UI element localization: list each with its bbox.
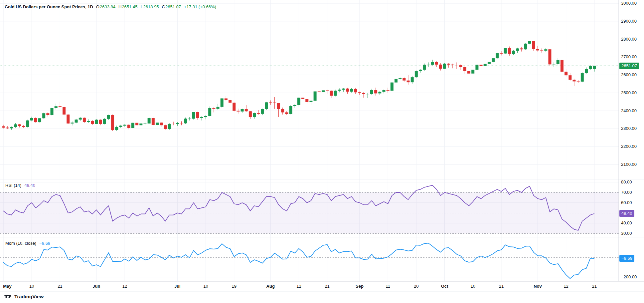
open-value: 2633.84 — [100, 4, 115, 9]
price-tick-label: 2200.00 — [621, 144, 637, 149]
time-tick-label: 10 — [29, 284, 34, 289]
price-tick-label: 3000.00 — [621, 1, 637, 6]
chart-canvas — [0, 0, 644, 303]
ohlc-close: C 2651.07 — [162, 4, 181, 9]
rsi-tick-label: 40.00 — [621, 220, 632, 226]
symbol-title: Gold US Dollars per Ounce Spot Prices, 1… — [5, 4, 93, 9]
time-tick-label: 11 — [386, 284, 390, 289]
tradingview-icon — [4, 294, 12, 299]
price-tick-label: 2400.00 — [621, 108, 637, 114]
momentum-tick-label: −200.00 — [621, 274, 637, 280]
time-tick-label: 21 — [325, 284, 329, 289]
momentum-value-badge: −9.69 — [619, 255, 634, 262]
time-tick-label: Oct — [441, 284, 448, 289]
ohlc-open: O 2633.84 — [96, 4, 115, 9]
time-tick-label: Aug — [266, 284, 275, 289]
time-tick-label: 21 — [58, 284, 62, 289]
time-tick-label: Jun — [92, 284, 100, 289]
trading-chart: 3000.002900.002800.002700.002600.002500.… — [0, 0, 644, 303]
price-tick-label: 2300.00 — [621, 126, 637, 131]
time-tick-label: 12 — [296, 284, 301, 289]
low-value: 2618.95 — [143, 4, 159, 9]
open-prefix: O — [96, 4, 99, 9]
time-tick-label: 12 — [122, 284, 127, 289]
price-tick-label: 2700.00 — [621, 54, 637, 60]
high-prefix: H — [118, 4, 121, 9]
momentum-legend[interactable]: Mom (10, close) −9.69 — [5, 241, 50, 246]
price-tick-label: 2900.00 — [621, 19, 637, 24]
price-tick-label: 2800.00 — [621, 37, 637, 42]
rsi-value-badge: 49.40 — [619, 210, 634, 217]
time-tick-label: Sep — [356, 284, 364, 289]
close-value: 2651.07 — [165, 4, 181, 9]
time-tick-label: 20 — [414, 284, 418, 289]
momentum-label: Mom (10, close) — [5, 241, 36, 246]
ohlc-low: L 2618.95 — [140, 4, 159, 9]
momentum-value: −9.69 — [39, 241, 50, 246]
rsi-label: RSI (14) — [5, 183, 21, 188]
time-tick-label: 21 — [499, 284, 504, 289]
rsi-value: 49.40 — [24, 183, 35, 188]
time-tick-label: 21 — [592, 284, 597, 289]
time-tick-label: Nov — [534, 284, 542, 289]
last-price-badge: 2651.07 — [619, 63, 639, 69]
time-tick-label: May — [3, 284, 11, 289]
time-tick-label: 12 — [564, 284, 568, 289]
time-tick-label: 10 — [203, 284, 208, 289]
symbol-legend[interactable]: Gold US Dollars per Ounce Spot Prices, 1… — [5, 4, 216, 9]
tradingview-logo[interactable]: TradingView — [4, 294, 44, 299]
rsi-tick-label: 70.00 — [621, 190, 632, 195]
time-tick-label: 10 — [470, 284, 475, 289]
time-tick-label: Jul — [174, 284, 181, 289]
rsi-tick-label: 80.00 — [621, 179, 632, 185]
rsi-legend[interactable]: RSI (14) 49.40 — [5, 183, 35, 188]
close-prefix: C — [162, 4, 165, 9]
ohlc-high: H 2651.45 — [118, 4, 137, 9]
time-tick-label: 19 — [232, 284, 236, 289]
price-tick-label: 2100.00 — [621, 162, 637, 167]
low-prefix: L — [140, 4, 143, 9]
tradingview-label: TradingView — [14, 294, 44, 299]
change-value: +17.31 (+0.66%) — [184, 4, 216, 9]
price-tick-label: 2600.00 — [621, 72, 637, 78]
price-tick-label: 2500.00 — [621, 90, 637, 96]
high-value: 2651.45 — [122, 4, 137, 9]
rsi-tick-label: 30.00 — [621, 231, 632, 236]
rsi-tick-label: 60.00 — [621, 200, 632, 205]
